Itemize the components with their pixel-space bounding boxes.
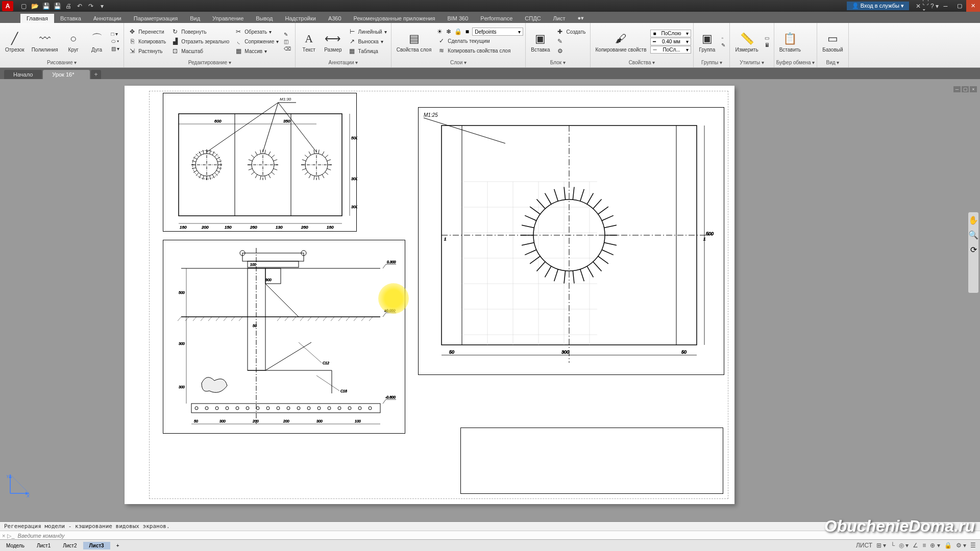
line-button[interactable]: ╱Отрезок: [2, 30, 28, 54]
vp-maximize[interactable]: ▢: [962, 86, 969, 92]
tab-bim360[interactable]: BIM 360: [441, 14, 474, 23]
polar-toggle[interactable]: ∠: [913, 542, 918, 549]
add-tab-button[interactable]: +: [91, 70, 101, 79]
vp-minimize[interactable]: ─: [953, 86, 961, 92]
layout-sheet1[interactable]: Лист1: [31, 542, 57, 549]
trim-button[interactable]: ✂Обрезать ▾: [232, 27, 281, 36]
paste-button[interactable]: 📋Вставить: [776, 30, 804, 54]
erase-button[interactable]: ⌫: [282, 45, 293, 52]
table-button[interactable]: ▦Таблица: [346, 46, 389, 56]
measure-button[interactable]: 📏Измерить: [732, 30, 761, 54]
qat-new[interactable]: ▢: [19, 2, 28, 10]
viewport-4[interactable]: [460, 428, 723, 494]
group-button[interactable]: ▣Группа: [696, 30, 718, 54]
qat-saveas[interactable]: 💾: [53, 2, 61, 10]
help-icon[interactable]: ? ▾: [930, 2, 939, 10]
command-input[interactable]: [17, 532, 221, 540]
layer-combo[interactable]: Defpoints▾: [472, 28, 523, 36]
create-block-button[interactable]: ✚Создать: [554, 27, 587, 36]
bulb-icon[interactable]: ☀: [435, 28, 444, 36]
linear-button[interactable]: ⊢Линейный ▾: [346, 27, 389, 36]
tab-featured[interactable]: Рекомендованные приложения: [348, 14, 442, 23]
maximize-button[interactable]: ▢: [952, 0, 966, 12]
layout-model[interactable]: Модель: [0, 542, 31, 549]
status-mode[interactable]: ЛИСТ: [856, 542, 872, 549]
panel-viewbase-label[interactable]: Вид ▾: [819, 59, 846, 66]
pan-icon[interactable]: ✋: [968, 215, 978, 225]
copy-button[interactable]: ⎘Копировать: [126, 37, 168, 46]
stretch-button[interactable]: ⇲Растянуть: [126, 46, 168, 56]
doc-tab-start[interactable]: Начало: [4, 70, 42, 79]
qat-save[interactable]: 💾: [42, 2, 50, 10]
tab-view[interactable]: Вид: [184, 14, 206, 23]
orbit-icon[interactable]: ⟳: [970, 245, 977, 255]
tab-performance[interactable]: Performance: [474, 14, 519, 23]
tab-a360[interactable]: A360: [322, 14, 348, 23]
lwt-toggle[interactable]: ≡: [922, 542, 926, 549]
leader-button[interactable]: ↗Выноска ▾: [346, 37, 389, 46]
group-edit-button[interactable]: ✎: [719, 42, 727, 48]
rotate-button[interactable]: ↻Повернуть: [169, 27, 231, 36]
panel-draw-label[interactable]: Рисование ▾: [2, 59, 121, 66]
move-button[interactable]: ✥Перенести: [126, 27, 168, 36]
edit-button[interactable]: ✎: [282, 31, 293, 38]
dimension-button[interactable]: ⟷Размер: [321, 30, 345, 54]
match-layer-button[interactable]: ≋Копировать свойства слоя: [435, 46, 523, 55]
scale-button[interactable]: ⊡Масштаб: [169, 46, 231, 56]
polyline-button[interactable]: 〰Полилиния: [29, 30, 61, 54]
tab-annotate[interactable]: Аннотации: [87, 14, 128, 23]
viewport-2[interactable]: М1:25: [418, 107, 724, 375]
layout-sheet3[interactable]: Лист3: [83, 542, 110, 549]
tab-insert[interactable]: Вставка: [54, 14, 87, 23]
panel-annotation-label[interactable]: Аннотации ▾: [298, 59, 389, 66]
ellipse-button[interactable]: ⬭ ▾: [109, 38, 122, 45]
viewport-3[interactable]: 0.300 ±0.050 -0.600 500 300 300 50300200…: [163, 240, 405, 434]
tab-manage[interactable]: Управление: [206, 14, 250, 23]
freeze-icon[interactable]: ❄: [445, 28, 453, 36]
panel-clipboard-label[interactable]: Буфер обмена ▾: [776, 59, 815, 66]
hatch-button[interactable]: ▨ ▾: [109, 45, 122, 52]
panel-properties-label[interactable]: Свойства ▾: [593, 59, 692, 66]
linetype-combo[interactable]: ─ ПоСл...▾: [650, 46, 691, 54]
qat-dropdown[interactable]: ▾: [98, 2, 106, 10]
layer-props-button[interactable]: ▤Свойства слоя: [394, 30, 435, 54]
fillet-button[interactable]: ◟Сопряжение ▾: [232, 37, 281, 46]
grid-toggle[interactable]: ⊞ ▾: [876, 542, 886, 549]
attr-button[interactable]: ⚙: [554, 46, 587, 56]
tab-layout[interactable]: Лист: [547, 14, 572, 23]
tab-parametric[interactable]: Параметризация: [128, 14, 184, 23]
exchange-icon[interactable]: ✕: [914, 2, 922, 10]
lock-icon[interactable]: 🔒: [454, 28, 462, 36]
tab-addins[interactable]: Надстройки: [279, 14, 322, 23]
doc-tab-lesson16[interactable]: Урок 16*×: [43, 70, 90, 79]
add-layout-button[interactable]: +: [110, 542, 126, 549]
mirror-button[interactable]: ▟Отразить зеркально: [169, 37, 231, 46]
panel-utilities-label[interactable]: Утилиты ▾: [732, 59, 771, 66]
qat-open[interactable]: 📂: [31, 2, 39, 10]
workspace-toggle[interactable]: ⚙ ▾: [956, 542, 966, 549]
rect-button[interactable]: □ ▾: [109, 31, 122, 37]
close-icon[interactable]: ×: [77, 71, 80, 78]
panel-groups-label[interactable]: Группы ▾: [696, 59, 727, 66]
drawing-canvas[interactable]: ─ ▢ × ✋ 🔍 ⟳ 600: [0, 79, 980, 528]
customize-toggle[interactable]: ☰: [970, 542, 976, 549]
tab-spds[interactable]: СПДС: [519, 14, 547, 23]
make-current-button[interactable]: ✓Сделать текущим: [435, 36, 523, 45]
cmd-close-icon[interactable]: ×: [2, 533, 5, 539]
select-button[interactable]: ▭: [763, 35, 772, 41]
login-button[interactable]: 👤 Вход в службы ▾: [847, 2, 909, 10]
edit-block-button[interactable]: ✎: [554, 37, 587, 46]
base-view-button[interactable]: ▭Базовый: [819, 30, 846, 54]
color-combo[interactable]: ■ ПоСлою▾: [650, 30, 691, 37]
panel-layers-label[interactable]: Слои ▾: [394, 59, 524, 66]
scale-toggle[interactable]: ⊕ ▾: [930, 542, 940, 549]
ungroup-button[interactable]: ▫: [719, 35, 727, 41]
viewport-1[interactable]: 600 350 500 300 300 16020015026013026016…: [163, 93, 357, 232]
minimize-button[interactable]: ─: [939, 0, 952, 12]
lineweight-combo[interactable]: ━ 0.40 мм▾: [650, 38, 691, 45]
tab-home[interactable]: Главная: [20, 14, 54, 23]
annotation-toggle[interactable]: 🔒: [944, 542, 952, 549]
zoom-icon[interactable]: 🔍: [968, 230, 978, 240]
circle-button[interactable]: ○Круг: [62, 30, 85, 54]
app-icon[interactable]: ⛶ ▾: [922, 2, 930, 10]
